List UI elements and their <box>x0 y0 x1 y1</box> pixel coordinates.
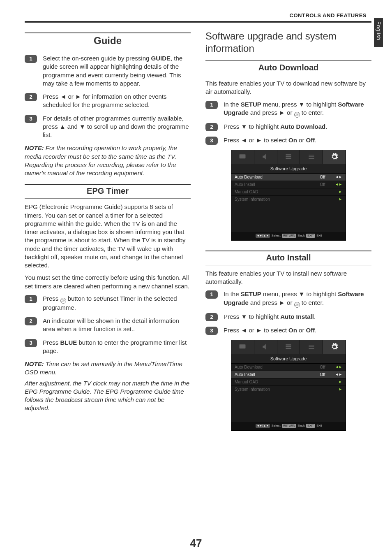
right-column: Software upgrade and system information … <box>205 30 371 441</box>
language-tab: English <box>374 18 383 47</box>
svg-rect-6 <box>309 158 314 159</box>
osd-row: Manual OAD► <box>231 378 346 386</box>
osd-footer: ◄►/▲▼ Select RETURN Back EXIT Exit <box>231 232 346 240</box>
osd-row: Manual OAD► <box>231 188 346 196</box>
osd-row: System Information► <box>231 196 346 203</box>
ai-step: 2 Press ▼ to highlight Auto Install. <box>205 313 371 321</box>
osd-rows: Auto DownloadOff◄► Auto InstallOff◄► Man… <box>231 364 346 393</box>
osd-row-value: Off <box>310 175 335 179</box>
epg-title: EPG Timer <box>25 186 191 196</box>
guide-heading: Guide <box>25 32 191 50</box>
osd-row: Auto DownloadOff◄► <box>231 174 346 181</box>
step-number-badge: 3 <box>25 339 37 347</box>
osd-tab-gear-icon <box>323 340 346 354</box>
osd-row-label: System Information <box>235 197 310 202</box>
svg-rect-11 <box>309 345 314 346</box>
osd-spacer <box>231 393 346 422</box>
step-text: Press ◄ or ► to select On or Off. <box>224 136 371 145</box>
osd-row-label: Auto Download <box>235 365 310 369</box>
epg-step: 3 Press BLUE button to enter the program… <box>25 339 191 355</box>
step-number-badge: 2 <box>205 313 218 321</box>
osd-row: Auto InstallOff◄► <box>231 371 346 378</box>
epg-step: 2 An indicator will be shown in the deta… <box>25 317 191 334</box>
step-text: For details of other programmes currentl… <box>43 114 191 139</box>
osd-footer-select: Select <box>271 424 280 427</box>
osd-footer-exit: Exit <box>316 424 322 427</box>
page: English CONTROLS AND FEATURES Guide 1 Se… <box>0 0 392 557</box>
auto-download-title: Auto Download <box>205 63 371 72</box>
osd-row-label: System Information <box>235 387 310 392</box>
epg-intro-1: EPG (Electronic Programme Guide) support… <box>25 203 191 269</box>
page-number: 47 <box>0 537 392 550</box>
osd-row-label: Manual OAD <box>235 380 310 384</box>
step-text: Press ▼ to highlight Auto Install. <box>224 313 371 321</box>
step-text: Press ◄ or ► for information on other ev… <box>43 93 191 109</box>
content-columns: Guide 1 Select the on-screen guide by pr… <box>25 30 371 441</box>
ad-step: 2 Press ▼ to highlight Auto Download. <box>205 123 371 131</box>
guide-step: 2 Press ◄ or ► for information on other … <box>25 93 191 109</box>
software-section-title: Software upgrade and system information <box>205 30 371 55</box>
epg-heading: EPG Timer <box>25 184 191 199</box>
guide-step: 3 For details of other programmes curren… <box>25 114 191 139</box>
osd-tab-picture-icon <box>231 340 254 354</box>
osd-row-arrow-icon: ◄► <box>335 182 342 186</box>
osd-return-chip: RETURN <box>282 234 296 238</box>
osd-row-arrow-icon: ◄► <box>335 365 342 369</box>
osd-tab-sound-icon <box>254 340 277 354</box>
svg-rect-13 <box>309 348 314 349</box>
guide-steps: 1 Select the on-screen guide by pressing… <box>25 54 191 139</box>
osd-row: System Information► <box>231 386 346 393</box>
step-text: Select the on-screen guide by pressing G… <box>43 54 191 88</box>
step-number-badge: 1 <box>205 101 218 109</box>
step-number-badge: 1 <box>25 295 37 303</box>
svg-rect-12 <box>309 346 314 347</box>
osd-nav-chip: ◄►/▲▼ <box>256 424 270 428</box>
step-text: In the SETUP menu, press ▼ to highlight … <box>224 100 371 118</box>
step-number-badge: 1 <box>25 55 37 63</box>
osd-tab-sliders-icon <box>300 340 323 354</box>
svg-rect-4 <box>309 155 314 155</box>
epg-steps: 1 Press OK button to set/unset Timer in … <box>25 295 191 355</box>
epg-intro-2: You must set the time correctly before u… <box>25 274 191 290</box>
auto-install-steps: 1 In the SETUP menu, press ▼ to highligh… <box>205 290 371 334</box>
svg-rect-2 <box>286 156 291 158</box>
guide-note: NOTE: For the recording operation to wor… <box>25 144 191 177</box>
osd-footer-select: Select <box>271 234 280 237</box>
ai-step: 1 In the SETUP menu, press ▼ to highligh… <box>205 290 371 307</box>
osd-tab-gear-icon <box>323 150 346 164</box>
osd-row-label: Manual OAD <box>235 190 310 194</box>
auto-download-intro: This feature enables your TV to download… <box>205 79 371 96</box>
auto-install-heading: Auto Install <box>205 251 371 265</box>
step-number-badge: 3 <box>205 327 218 335</box>
osd-tab-bar <box>231 340 346 354</box>
osd-row-arrow-icon: ► <box>335 197 342 201</box>
guide-step: 1 Select the on-screen guide by pressing… <box>25 54 191 88</box>
osd-row-arrow-icon: ► <box>335 190 342 194</box>
step-number-badge: 3 <box>205 137 218 145</box>
header-breadcrumb: CONTROLS AND FEATURES <box>25 12 371 19</box>
epg-note-2: After adjustment, the TV clock may not m… <box>25 379 191 413</box>
ad-step: 3 Press ◄ or ► to select On or Off. <box>205 136 371 145</box>
osd-screenshot-auto-install: Software Upgrade Auto DownloadOff◄► Auto… <box>231 340 346 431</box>
auto-download-steps: 1 In the SETUP menu, press ▼ to highligh… <box>205 100 371 145</box>
auto-install-intro: This feature enables your TV to install … <box>205 269 371 286</box>
auto-install-title: Auto Install <box>205 253 371 262</box>
step-text: Press BLUE button to enter the programme… <box>43 339 191 355</box>
step-text: In the SETUP menu, press ▼ to highlight … <box>224 290 371 307</box>
header-rule <box>25 21 371 23</box>
ad-step: 1 In the SETUP menu, press ▼ to highligh… <box>205 100 371 118</box>
osd-footer-back: Back <box>297 234 305 237</box>
svg-rect-0 <box>240 154 246 158</box>
osd-row-label: Auto Install <box>235 182 310 187</box>
osd-row-value: Off <box>310 182 335 187</box>
osd-row-arrow-icon: ► <box>335 380 342 384</box>
step-number-badge: 2 <box>25 317 37 325</box>
svg-rect-5 <box>309 156 314 157</box>
step-number-badge: 3 <box>25 115 37 123</box>
osd-row-label: Auto Install <box>235 372 310 377</box>
osd-row: Auto InstallOff◄► <box>231 181 346 188</box>
epg-step: 1 Press OK button to set/unset Timer in … <box>25 295 191 312</box>
osd-exit-chip: EXIT <box>306 234 315 238</box>
osd-row-arrow-icon: ► <box>335 387 342 391</box>
osd-footer-exit: Exit <box>316 234 322 237</box>
